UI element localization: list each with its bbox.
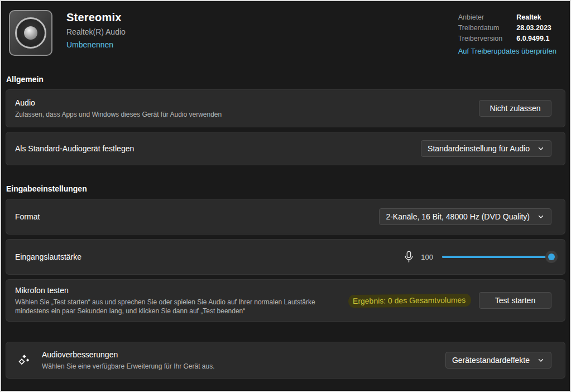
audio-permission-description: Zulassen, dass Apps und Windows dieses G…	[15, 110, 222, 119]
driver-update-link[interactable]: Auf Treiberupdates überprüfen	[458, 47, 556, 55]
device-header: Stereomix Realtek(R) Audio Umbenennen An…	[1, 1, 570, 56]
start-test-button[interactable]: Test starten	[479, 292, 551, 309]
disallow-audio-button[interactable]: Nicht zulassen	[479, 100, 551, 117]
driver-info-grid: Anbieter Realtek Treiberdatum 28.03.2023…	[458, 13, 556, 42]
input-volume-controls: 100	[404, 251, 551, 263]
audio-enhancements-row: Audioverbesserungen Wählen Sie eine verf…	[6, 342, 565, 379]
driver-info: Anbieter Realtek Treiberdatum 28.03.2023…	[458, 10, 556, 55]
input-volume-value: 100	[421, 253, 433, 261]
speaker-ring	[15, 17, 46, 49]
audio-permission-row: Audio Zulassen, dass Apps und Windows di…	[6, 89, 565, 127]
driver-value-treiberversion: 6.0.9499.1	[516, 35, 556, 42]
enhancements-dropdown[interactable]: Gerätestandardeffekte	[445, 352, 551, 369]
input-volume-title: Eingangslautstärke	[15, 252, 81, 261]
input-volume-row: Eingangslautstärke 100	[6, 239, 565, 275]
mic-test-row: Mikrofon testen Wählen Sie „Test starten…	[6, 279, 565, 322]
driver-label-treiberdatum: Treiberdatum	[458, 24, 508, 32]
default-device-title: Als Standard-Audiogerät festlegen	[15, 144, 134, 153]
chevron-down-icon	[538, 145, 544, 152]
chevron-down-icon	[538, 213, 544, 220]
mic-test-description: Wählen Sie „Test starten“ aus und sprech…	[15, 298, 348, 315]
section-title-allgemein: Allgemein	[6, 75, 570, 84]
chevron-down-icon	[538, 357, 544, 364]
driver-value-treiberdatum: 28.03.2023	[516, 24, 556, 32]
driver-label-anbieter: Anbieter	[458, 13, 508, 21]
audio-permission-title: Audio	[15, 98, 222, 107]
speaker-device-icon	[9, 10, 52, 56]
mic-test-controls: Ergebnis: 0 des Gesamtvolumes Test start…	[348, 292, 551, 309]
microphone-icon	[404, 251, 414, 263]
device-text-block: Stereomix Realtek(R) Audio Umbenennen	[66, 10, 126, 50]
slider-fill	[442, 256, 551, 258]
driver-label-treiberversion: Treiberversion	[458, 35, 508, 42]
speaker-cone	[24, 26, 37, 40]
default-device-dropdown-value: Standardeinstellung für Audio	[428, 144, 530, 153]
mic-test-result-highlight: Ergebnis: 0 des Gesamtvolumes	[348, 293, 472, 307]
format-dropdown-value: 2-Kanäle, 16 Bit, 48000 Hz (DVD Quality)	[386, 212, 530, 221]
audio-enhancements-title: Audioverbesserungen	[42, 350, 215, 359]
default-device-row: Als Standard-Audiogerät festlegen Standa…	[6, 132, 565, 165]
slider-thumb[interactable]	[545, 251, 558, 263]
device-subtitle: Realtek(R) Audio	[66, 27, 126, 36]
audio-enhancements-icon	[17, 353, 31, 367]
enhancements-dropdown-value: Gerätestandardeffekte	[452, 356, 530, 365]
audio-enhancements-left: Audioverbesserungen Wählen Sie eine verf…	[15, 350, 215, 371]
audio-permission-text: Audio Zulassen, dass Apps und Windows di…	[15, 98, 222, 119]
format-dropdown[interactable]: 2-Kanäle, 16 Bit, 48000 Hz (DVD Quality)	[379, 208, 551, 225]
mic-test-title: Mikrofon testen	[15, 286, 348, 295]
driver-value-anbieter: Realtek	[516, 13, 556, 21]
rename-link[interactable]: Umbenennen	[66, 40, 113, 49]
default-device-dropdown[interactable]: Standardeinstellung für Audio	[421, 140, 551, 157]
format-row: Format 2-Kanäle, 16 Bit, 48000 Hz (DVD Q…	[6, 199, 565, 235]
device-name: Stereomix	[66, 11, 126, 24]
mic-test-text: Mikrofon testen Wählen Sie „Test starten…	[15, 286, 348, 315]
audio-enhancements-text: Audioverbesserungen Wählen Sie eine verf…	[42, 350, 215, 371]
format-title: Format	[15, 212, 40, 221]
input-volume-slider[interactable]	[442, 251, 551, 263]
audio-enhancements-description: Wählen Sie eine verfügbare Erweiterung f…	[42, 362, 215, 371]
section-title-eingabeeinstellungen: Eingabeeinstellungen	[6, 184, 570, 193]
